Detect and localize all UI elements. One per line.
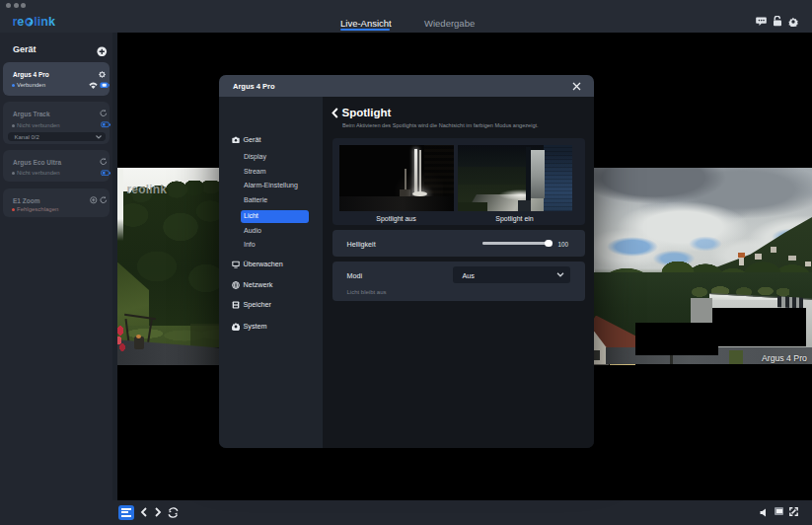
svg-text:link: link [34,15,55,28]
svg-text:re: re [13,15,24,28]
